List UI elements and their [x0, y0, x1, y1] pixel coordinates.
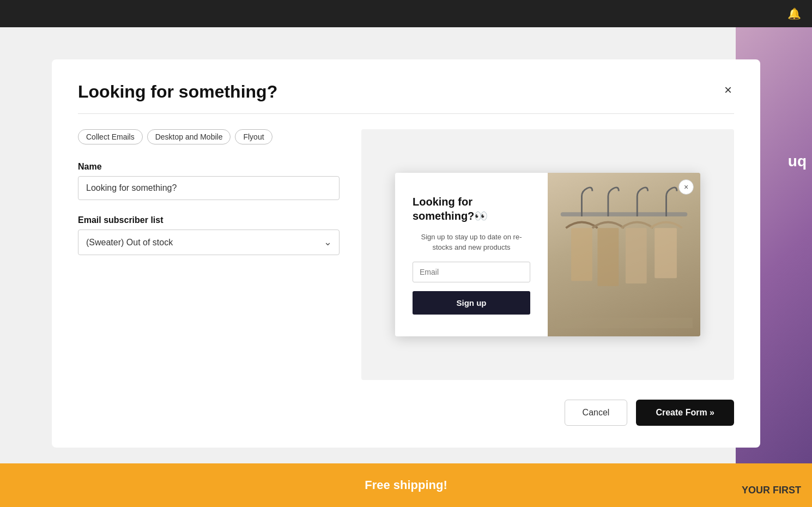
modal-title: Looking for something?	[78, 81, 277, 102]
svg-rect-7	[626, 228, 647, 283]
subscriber-select-wrapper: (Sweater) Out of stock ⌄	[78, 230, 340, 255]
tag-desktop-mobile[interactable]: Desktop and Mobile	[147, 129, 231, 144]
close-icon: ×	[684, 183, 688, 191]
subscriber-select[interactable]: (Sweater) Out of stock	[78, 230, 340, 255]
name-label: Name	[78, 162, 340, 172]
subscriber-label: Email subscriber list	[78, 215, 340, 225]
modal-close-button[interactable]: ×	[722, 81, 734, 99]
create-form-button[interactable]: Create Form »	[636, 400, 734, 426]
hangers-svg	[555, 180, 693, 328]
popup-email-input[interactable]	[413, 262, 530, 282]
preview-panel: × Looking for something?👀 Sign up to sta…	[361, 129, 734, 380]
modal-backdrop: Looking for something? × Collect Emails …	[0, 0, 812, 507]
popup-content-left: Looking for something?👀 Sign up to stay …	[395, 173, 548, 336]
name-form-group: Name	[78, 162, 340, 200]
svg-rect-5	[571, 228, 592, 281]
modal-footer: Cancel Create Form »	[78, 400, 734, 426]
cancel-button[interactable]: Cancel	[565, 400, 628, 426]
popup-preview-card: × Looking for something?👀 Sign up to sta…	[395, 173, 700, 336]
tag-flyout[interactable]: Flyout	[235, 129, 272, 144]
popup-image-right	[548, 173, 700, 336]
modal: Looking for something? × Collect Emails …	[52, 59, 760, 447]
popup-subtext: Sign up to stay up to date on re-stocks …	[413, 232, 530, 253]
svg-rect-8	[655, 228, 677, 278]
name-input[interactable]	[78, 176, 340, 200]
svg-rect-0	[561, 212, 688, 216]
tags-row: Collect Emails Desktop and Mobile Flyout	[78, 129, 340, 144]
svg-rect-9	[555, 318, 693, 328]
hangers-visual	[548, 173, 700, 336]
svg-rect-6	[598, 228, 619, 286]
popup-preview-close-button[interactable]: ×	[678, 179, 694, 195]
modal-header: Looking for something? ×	[78, 81, 734, 102]
modal-divider	[78, 113, 734, 114]
popup-signup-button[interactable]: Sign up	[413, 291, 530, 315]
modal-body: Collect Emails Desktop and Mobile Flyout…	[78, 129, 734, 380]
popup-heading: Looking for something?👀	[413, 195, 530, 223]
left-panel: Collect Emails Desktop and Mobile Flyout…	[78, 129, 340, 380]
subscriber-form-group: Email subscriber list (Sweater) Out of s…	[78, 215, 340, 255]
tag-collect-emails[interactable]: Collect Emails	[78, 129, 143, 144]
